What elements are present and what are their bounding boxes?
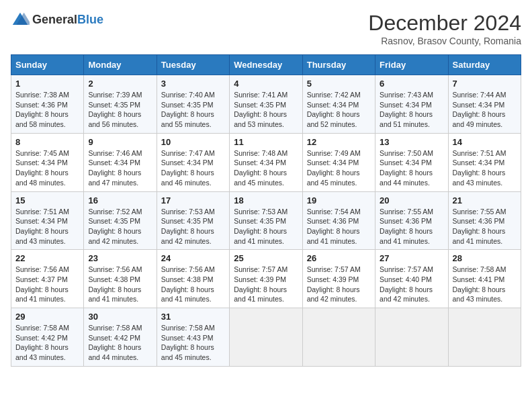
logo-icon <box>11 11 30 30</box>
logo: GeneralBlue <box>11 11 103 30</box>
calendar-day-cell: 21 Sunrise: 7:55 AM Sunset: 4:36 PM Dayl… <box>448 191 521 250</box>
calendar-day-cell: 18 Sunrise: 7:53 AM Sunset: 4:35 PM Dayl… <box>230 191 302 250</box>
calendar-day-cell: 13 Sunrise: 7:50 AM Sunset: 4:34 PM Dayl… <box>375 133 448 191</box>
day-number: 18 <box>234 195 298 205</box>
day-info: Sunrise: 7:47 AM Sunset: 4:34 PM Dayligh… <box>161 148 225 188</box>
day-number: 13 <box>380 137 443 147</box>
calendar-day-cell: 12 Sunrise: 7:49 AM Sunset: 4:34 PM Dayl… <box>302 133 375 191</box>
calendar-week-row: 22 Sunrise: 7:56 AM Sunset: 4:37 PM Dayl… <box>11 250 521 308</box>
calendar-day-cell: 5 Sunrise: 7:42 AM Sunset: 4:34 PM Dayli… <box>302 75 375 134</box>
calendar-day-cell: 9 Sunrise: 7:46 AM Sunset: 4:34 PM Dayli… <box>84 133 157 191</box>
day-info: Sunrise: 7:39 AM Sunset: 4:35 PM Dayligh… <box>88 90 152 130</box>
month-title: December 2024 <box>368 11 521 36</box>
calendar-day-cell: 3 Sunrise: 7:40 AM Sunset: 4:35 PM Dayli… <box>157 75 229 134</box>
calendar-day-cell: 1 Sunrise: 7:38 AM Sunset: 4:36 PM Dayli… <box>11 75 84 134</box>
day-info: Sunrise: 7:58 AM Sunset: 4:43 PM Dayligh… <box>161 323 225 363</box>
day-info: Sunrise: 7:40 AM Sunset: 4:35 PM Dayligh… <box>161 90 225 130</box>
day-info: Sunrise: 7:52 AM Sunset: 4:35 PM Dayligh… <box>88 207 152 246</box>
calendar-day-cell: 29 Sunrise: 7:58 AM Sunset: 4:42 PM Dayl… <box>11 308 84 367</box>
calendar-day-cell: 7 Sunrise: 7:44 AM Sunset: 4:34 PM Dayli… <box>448 75 521 134</box>
day-number: 25 <box>234 253 298 263</box>
day-number: 14 <box>453 137 517 147</box>
day-info: Sunrise: 7:51 AM Sunset: 4:34 PM Dayligh… <box>15 207 79 246</box>
day-number: 4 <box>234 79 298 89</box>
day-of-week-header: Thursday <box>302 55 375 75</box>
day-info: Sunrise: 7:41 AM Sunset: 4:35 PM Dayligh… <box>234 90 298 130</box>
day-info: Sunrise: 7:53 AM Sunset: 4:35 PM Dayligh… <box>161 207 225 246</box>
day-number: 27 <box>380 253 443 263</box>
calendar-day-cell: 31 Sunrise: 7:58 AM Sunset: 4:43 PM Dayl… <box>157 308 229 367</box>
day-number: 11 <box>234 137 298 147</box>
day-number: 29 <box>15 312 79 322</box>
day-number: 15 <box>15 195 79 205</box>
calendar-day-cell: 26 Sunrise: 7:57 AM Sunset: 4:39 PM Dayl… <box>302 250 375 308</box>
calendar-day-cell: 23 Sunrise: 7:56 AM Sunset: 4:38 PM Dayl… <box>84 250 157 308</box>
day-number: 24 <box>161 253 225 263</box>
calendar-day-cell: 24 Sunrise: 7:56 AM Sunset: 4:38 PM Dayl… <box>157 250 229 308</box>
day-number: 26 <box>307 253 371 263</box>
calendar-day-cell: 17 Sunrise: 7:53 AM Sunset: 4:35 PM Dayl… <box>157 191 229 250</box>
calendar-day-cell: 28 Sunrise: 7:58 AM Sunset: 4:41 PM Dayl… <box>448 250 521 308</box>
location-subtitle: Rasnov, Brasov County, Romania <box>368 36 521 46</box>
calendar-day-cell: 10 Sunrise: 7:47 AM Sunset: 4:34 PM Dayl… <box>157 133 229 191</box>
logo-text: GeneralBlue <box>32 13 103 27</box>
calendar-week-row: 29 Sunrise: 7:58 AM Sunset: 4:42 PM Dayl… <box>11 308 521 367</box>
calendar-day-cell: 25 Sunrise: 7:57 AM Sunset: 4:39 PM Dayl… <box>230 250 302 308</box>
day-info: Sunrise: 7:49 AM Sunset: 4:34 PM Dayligh… <box>307 148 371 188</box>
day-info: Sunrise: 7:46 AM Sunset: 4:34 PM Dayligh… <box>88 148 152 188</box>
calendar-day-cell: 14 Sunrise: 7:51 AM Sunset: 4:34 PM Dayl… <box>448 133 521 191</box>
day-info: Sunrise: 7:55 AM Sunset: 4:36 PM Dayligh… <box>380 207 443 246</box>
day-info: Sunrise: 7:58 AM Sunset: 4:42 PM Dayligh… <box>88 323 152 363</box>
day-number: 22 <box>15 253 79 263</box>
day-info: Sunrise: 7:53 AM Sunset: 4:35 PM Dayligh… <box>234 207 298 246</box>
day-number: 20 <box>380 195 443 205</box>
day-of-week-header: Sunday <box>11 55 84 75</box>
day-number: 8 <box>15 137 79 147</box>
day-info: Sunrise: 7:54 AM Sunset: 4:36 PM Dayligh… <box>307 207 371 246</box>
day-info: Sunrise: 7:48 AM Sunset: 4:34 PM Dayligh… <box>234 148 298 188</box>
day-number: 12 <box>307 137 371 147</box>
calendar-day-cell: 6 Sunrise: 7:43 AM Sunset: 4:34 PM Dayli… <box>375 75 448 134</box>
day-number: 3 <box>161 79 225 89</box>
day-info: Sunrise: 7:50 AM Sunset: 4:34 PM Dayligh… <box>380 148 443 188</box>
calendar-day-cell <box>230 308 302 367</box>
day-number: 10 <box>161 137 225 147</box>
calendar-day-cell <box>448 308 521 367</box>
day-number: 6 <box>380 79 443 89</box>
day-info: Sunrise: 7:57 AM Sunset: 4:39 PM Dayligh… <box>234 265 298 304</box>
calendar-day-cell: 27 Sunrise: 7:57 AM Sunset: 4:40 PM Dayl… <box>375 250 448 308</box>
day-number: 30 <box>88 312 152 322</box>
day-info: Sunrise: 7:55 AM Sunset: 4:36 PM Dayligh… <box>453 207 517 246</box>
calendar-day-cell: 15 Sunrise: 7:51 AM Sunset: 4:34 PM Dayl… <box>11 191 84 250</box>
day-info: Sunrise: 7:43 AM Sunset: 4:34 PM Dayligh… <box>380 90 443 130</box>
day-number: 28 <box>453 253 517 263</box>
calendar-day-cell <box>375 308 448 367</box>
day-info: Sunrise: 7:56 AM Sunset: 4:38 PM Dayligh… <box>161 265 225 304</box>
day-number: 7 <box>453 79 517 89</box>
calendar-day-cell: 16 Sunrise: 7:52 AM Sunset: 4:35 PM Dayl… <box>84 191 157 250</box>
day-info: Sunrise: 7:51 AM Sunset: 4:34 PM Dayligh… <box>453 148 517 188</box>
day-number: 9 <box>88 137 152 147</box>
day-info: Sunrise: 7:44 AM Sunset: 4:34 PM Dayligh… <box>453 90 517 130</box>
day-info: Sunrise: 7:56 AM Sunset: 4:37 PM Dayligh… <box>15 265 79 304</box>
calendar-table: SundayMondayTuesdayWednesdayThursdayFrid… <box>11 54 521 367</box>
calendar-day-cell: 8 Sunrise: 7:45 AM Sunset: 4:34 PM Dayli… <box>11 133 84 191</box>
day-number: 19 <box>307 195 371 205</box>
day-number: 5 <box>307 79 371 89</box>
calendar-day-cell <box>302 308 375 367</box>
day-info: Sunrise: 7:38 AM Sunset: 4:36 PM Dayligh… <box>15 90 79 130</box>
day-number: 21 <box>453 195 517 205</box>
calendar-week-row: 1 Sunrise: 7:38 AM Sunset: 4:36 PM Dayli… <box>11 75 521 134</box>
day-number: 31 <box>161 312 225 322</box>
calendar-day-cell: 30 Sunrise: 7:58 AM Sunset: 4:42 PM Dayl… <box>84 308 157 367</box>
day-number: 16 <box>88 195 152 205</box>
day-of-week-header: Wednesday <box>230 55 302 75</box>
calendar-week-row: 8 Sunrise: 7:45 AM Sunset: 4:34 PM Dayli… <box>11 133 521 191</box>
calendar-day-cell: 22 Sunrise: 7:56 AM Sunset: 4:37 PM Dayl… <box>11 250 84 308</box>
day-number: 17 <box>161 195 225 205</box>
calendar-header-row: SundayMondayTuesdayWednesdayThursdayFrid… <box>11 55 521 75</box>
day-of-week-header: Friday <box>375 55 448 75</box>
calendar-day-cell: 19 Sunrise: 7:54 AM Sunset: 4:36 PM Dayl… <box>302 191 375 250</box>
title-block: December 2024 Rasnov, Brasov County, Rom… <box>368 11 521 46</box>
calendar-day-cell: 2 Sunrise: 7:39 AM Sunset: 4:35 PM Dayli… <box>84 75 157 134</box>
